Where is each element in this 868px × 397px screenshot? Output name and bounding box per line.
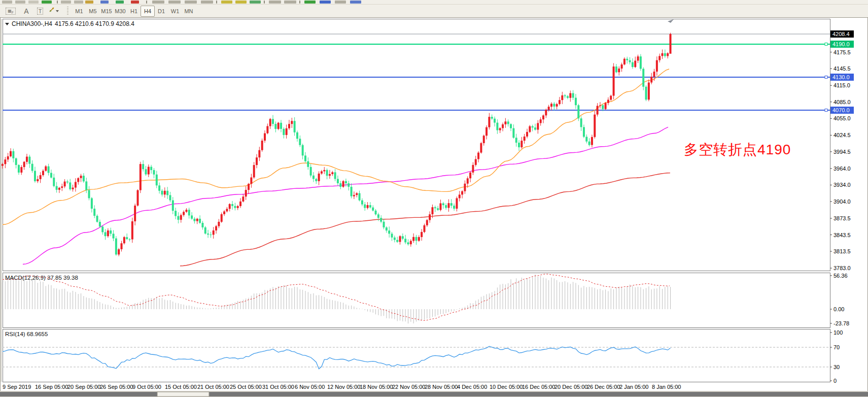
top-toolbar-cropped [0,0,868,5]
toolbar-icon[interactable] [146,1,147,4]
rsi-axis-label: 0 [834,378,837,384]
rsi-indicator-label: RSI(14) 68.9655 [5,331,48,337]
toolbar-icon[interactable] [320,1,331,4]
macd-axis-label: 56.36 [834,273,848,279]
time-axis-label: 20 Sep 05:00 [67,384,100,390]
price-axis-label: 4115.0 [834,82,850,88]
timeframe-button-M30[interactable]: M30 [113,6,127,17]
toolbar-icon[interactable] [100,1,109,4]
toolbar-icon[interactable] [299,1,300,4]
price-axis-label: 3994.5 [834,149,851,155]
arrows-tool-button[interactable] [48,6,65,17]
symbol-period-label: CHINA300-,H4 [12,20,52,27]
toolbar-icon[interactable] [269,1,281,4]
timeframe-button-H1[interactable]: H1 [127,6,141,17]
price-axis-label: 4175.5 [834,49,851,55]
time-axis-label: 18 Nov 05:00 [360,384,393,390]
scrollbar-thumb[interactable] [157,392,209,396]
price-label-text: 4070.0 [832,107,850,113]
chart-text-annotation[interactable]: 多空转折点4190 [684,140,791,159]
price-axis-label: 3934.0 [834,182,851,188]
time-axis-label: 31 Oct 05:00 [262,384,294,390]
toolbar-icon[interactable] [304,1,316,4]
price-axis-label: 3904.0 [834,198,851,205]
rsi-panel[interactable] [3,329,830,382]
time-axis-label: 9 Oct 05:00 [132,384,161,390]
secondary-toolbar: ▦F A T M1M5M15M30H1H4D1W1MN [0,5,868,18]
toolbar-icon[interactable] [201,1,213,4]
toolbar-icon[interactable] [116,1,124,4]
timeframe-button-M15[interactable]: M15 [99,6,114,17]
price-label-text: 4190.0 [832,41,850,47]
toolbar-icon[interactable] [235,1,247,4]
toolbar-gripper[interactable] [67,7,68,15]
ohlc-values: 4175.6 4210.6 4170.9 4208.4 [55,20,134,27]
toolbar-icon[interactable] [335,1,346,4]
price-label-text: 4208.4 [832,31,850,37]
time-axis-label: 28 Nov 05:00 [425,384,458,390]
chart-window[interactable]: 4175.54145.54115.04085.04055.04024.53994… [0,17,868,397]
toolbar-icon[interactable] [350,1,361,4]
toolbar-icon[interactable] [264,1,265,4]
price-axis-label: 4055.0 [834,115,851,121]
toolbar-icon[interactable] [74,1,83,4]
price-axis-label: 4085.0 [834,99,851,105]
time-axis-label: 21 Oct 05:00 [197,384,229,390]
time-axis-label: 6 Nov 05:00 [295,384,325,390]
time-axis-label: 8 Jan 05:00 [652,384,681,390]
toolbar-icon[interactable] [85,1,93,4]
chart-title[interactable]: CHINA300-,H4 4175.6 4210.6 4170.9 4208.4 [5,20,134,27]
macd-axis-label: 0.00 [834,306,844,312]
rsi-axis-label: 100 [834,329,843,336]
scrollbar-track[interactable] [0,392,868,396]
chart-canvas[interactable]: 4175.54145.54115.04085.04055.04024.53994… [0,17,868,397]
price-axis-label: 3843.5 [834,232,851,238]
toolbar-icon[interactable] [185,1,197,4]
timeframe-button-H4[interactable]: H4 [141,6,155,17]
toolbar-icon[interactable] [42,1,52,4]
timeframe-button-W1[interactable]: W1 [168,6,182,17]
time-axis-label: 26 Dec 05:00 [587,384,620,390]
time-axis-label: 10 Dec 05:00 [490,384,523,390]
text-label-tool-button[interactable]: A [20,6,32,17]
fractal-grid-tool-button[interactable]: ▦F [4,6,17,17]
level-endpoint-handle[interactable] [825,43,827,45]
toolbar-icon[interactable] [15,1,25,4]
rsi-axis-label: 70 [834,344,840,350]
price-axis-label: 4145.5 [834,65,851,72]
toolbar-icon[interactable] [57,1,58,4]
toolbar-icon[interactable] [28,1,39,4]
macd-panel[interactable] [3,273,830,328]
time-axis-label: 16 Dec 05:00 [522,384,555,390]
price-axis-label: 3964.0 [834,166,851,172]
rsi-value: 68.9655 [27,331,48,337]
timeframe-button-M5[interactable]: M5 [86,6,100,17]
time-axis-label: 2 Jan 05:00 [619,384,649,390]
timeframe-button-D1[interactable]: D1 [154,6,168,17]
toolbar-icon[interactable] [216,1,217,4]
toolbar-icon[interactable] [221,1,232,4]
toolbar-icon[interactable] [2,1,12,4]
timeframe-button-M1[interactable]: M1 [72,6,86,17]
text-box-tool-button[interactable]: T [33,6,47,17]
level-endpoint-handle[interactable] [825,76,827,78]
toolbar-icon[interactable] [131,1,139,4]
timeframe-button-MN[interactable]: MN [182,6,196,17]
toolbar-icon[interactable] [152,1,164,4]
toolbar-icon[interactable] [168,1,181,4]
letter-a-icon: A [24,7,28,15]
toolbar-icon[interactable] [284,1,296,4]
toolbar-icon[interactable] [250,1,261,4]
time-axis-label: 20 Dec 05:00 [554,384,587,390]
time-axis-label: 4 Dec 05:00 [457,384,487,390]
price-axis-label: 3783.0 [834,265,851,271]
toolbar-icon[interactable] [61,1,71,4]
chevron-down-icon [56,10,59,12]
time-axis-label: 26 Sep 05:00 [100,384,133,390]
macd-indicator-label: MACD(12,26,9) 37.85 39.38 [5,275,78,281]
diagonal-arrows-icon [48,6,55,13]
level-endpoint-handle[interactable] [825,109,827,112]
time-axis-label: 22 Nov 05:00 [392,384,425,390]
time-axis-label: 16 Sep 05:00 [35,384,68,390]
macd-axis-label: -23.78 [834,320,849,326]
